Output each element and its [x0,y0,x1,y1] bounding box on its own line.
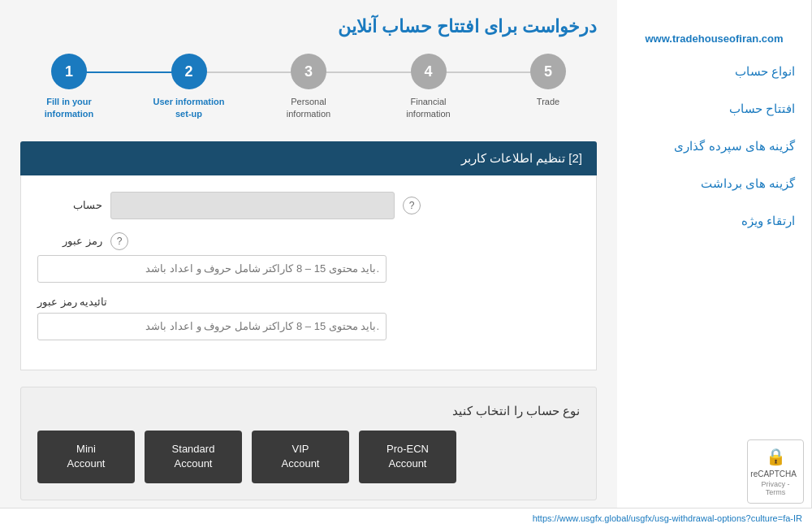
step-2-label: User informationset-up [153,96,224,121]
step-1-label: Fill in yourinformation [45,96,94,121]
account-buttons: MiniAccount StandardAccount VIPAccount P… [37,431,580,483]
pro-ecn-account-button[interactable]: Pro-ECNAccount [359,431,456,483]
confirm-password-input[interactable] [37,313,387,340]
recaptcha-badge: 🔒 reCAPTCHA Privacy - Terms [747,439,804,504]
bottom-url: https://www.usgfx.global/usgfx/usg-withd… [533,513,802,523]
password-group: ? رمز عبور [37,232,580,283]
step-5-circle: 5 [530,54,566,89]
sidebar-item-withdrawal[interactable]: گزینه های برداشت [617,165,811,202]
account-type-section: نوع حساب را انتخاب کنید MiniAccount Stan… [20,387,597,500]
account-label: حساب [37,199,102,211]
account-row: ? حساب [37,192,580,219]
password-help-icon[interactable]: ? [110,232,128,250]
step-1: 1 Fill in yourinformation [28,54,110,121]
step-3: 3 Personalinformation [268,54,349,121]
step-2: 2 User informationset-up [149,54,230,121]
confirm-password-label-row: تائیدیه رمز عبور [37,296,580,308]
bottom-bar: https://www.usgfx.global/usgfx/usg-withd… [0,508,812,528]
form-area: ? حساب ? رمز عبور تائیدیه رمز عبور [20,175,597,370]
step-4-circle: 4 [411,54,447,89]
step-5-label: Trade [537,96,559,108]
step-4: 4 Financialinformation [388,54,469,121]
step-3-label: Personalinformation [287,96,330,121]
vip-account-button[interactable]: VIPAccount [252,431,349,483]
sidebar-logo: www.tradehouseofiran.com [617,16,811,53]
step-3-circle: 3 [291,54,326,89]
step-5: 5 Trade [508,54,589,108]
recaptcha-label: reCAPTCHA [754,470,797,478]
stepper: 1 Fill in yourinformation 2 User informa… [20,54,597,121]
password-label-row: ? رمز عبور [37,232,580,250]
recaptcha-logo-icon: 🔒 [754,447,797,466]
recaptcha-subtext: Privacy - Terms [754,480,797,496]
main-content: درخواست برای افتتاح حساب آنلاین 1 Fill i… [0,0,617,528]
standard-account-button[interactable]: StandardAccount [145,431,242,483]
confirm-password-group: تائیدیه رمز عبور [37,296,580,340]
sidebar-item-open-account[interactable]: افتتاح حساب [617,90,811,128]
password-label: رمز عبور [37,235,102,247]
step-2-circle: 2 [171,54,207,89]
account-type-title: نوع حساب را انتخاب کنید [37,404,580,418]
password-input[interactable] [37,255,387,283]
account-input[interactable] [110,192,395,219]
confirm-password-label: تائیدیه رمز عبور [37,296,107,308]
mini-account-button[interactable]: MiniAccount [37,431,135,483]
step-4-label: Financialinformation [406,96,450,121]
section-header: [2] تنظیم اطلاعات کاربر [20,141,597,175]
account-help-icon[interactable]: ? [403,197,421,214]
sidebar-item-deposit[interactable]: گزینه های سپرده گذاری [617,128,811,165]
sidebar-item-account-types[interactable]: انواع حساب [617,53,811,90]
step-1-circle: 1 [51,54,87,89]
sidebar-item-special[interactable]: ارتقاء ویژه [617,202,811,240]
page-title: درخواست برای افتتاح حساب آنلاین [20,16,597,37]
